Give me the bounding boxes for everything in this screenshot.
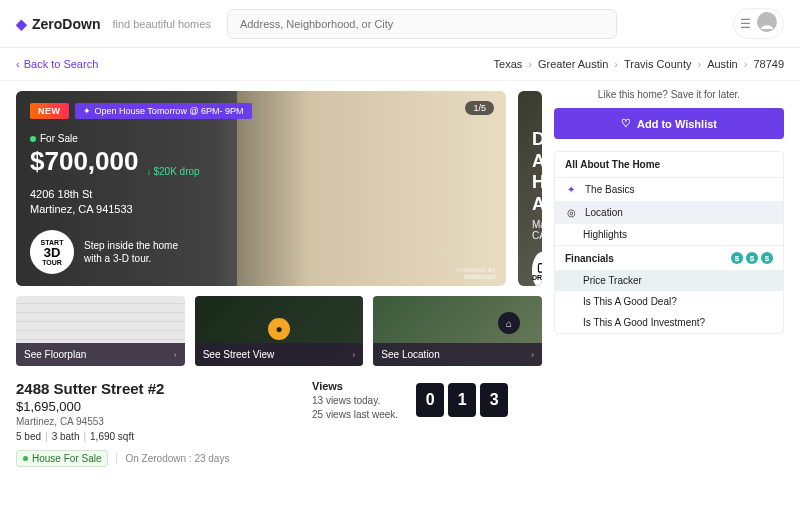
tour-description: Step inside the home with a 3-D tour.	[84, 239, 194, 265]
financials-heading[interactable]: Financials $$$	[555, 245, 783, 270]
crumb-4[interactable]: 78749	[753, 58, 784, 70]
sparkle-icon: ✦	[565, 184, 577, 195]
financial-badges: $$$	[731, 252, 773, 264]
heart-icon: ♡	[621, 117, 631, 130]
sale-status: For Sale	[30, 133, 492, 144]
floorplan-tile[interactable]: See Floorplan›	[16, 296, 185, 366]
photo-counter: 1/5	[465, 101, 494, 115]
sidebar-item-good-deal[interactable]: Is This A Good Deal?	[555, 291, 783, 312]
sidebar-item-good-investment[interactable]: Is This A Good Investment?	[555, 312, 783, 333]
add-to-wishlist-button[interactable]: ♡ Add to Wishlist	[554, 108, 784, 139]
arrow-down-icon: ↓	[146, 166, 151, 177]
views-lastweek: 25 views last week.	[312, 409, 398, 420]
logo[interactable]: ◆ ZeroDown	[16, 16, 100, 32]
chevron-right-icon: ›	[531, 350, 534, 360]
open-house-badge: ✦ Open House Tomorrow @ 6PM- 9PM	[75, 103, 252, 119]
new-badge: NEW	[30, 103, 69, 119]
about-panel: All About The Home ✦ The Basics ◎ Locati…	[554, 151, 784, 334]
brand-name: ZeroDown	[32, 16, 100, 32]
sidebar-item-location[interactable]: ◎ Location	[555, 201, 783, 224]
3d-tour-button[interactable]: START 3D TOUR	[30, 230, 74, 274]
location-tile[interactable]: ⌂ See Location›	[373, 296, 542, 366]
address-line2: Martinez, CA 941533	[30, 202, 492, 217]
crumb-3[interactable]: Austin	[707, 58, 738, 70]
views-heading: Views	[312, 380, 398, 392]
breadcrumb: Texas› Greater Austin› Travis County› Au…	[494, 58, 784, 70]
address-line1: 4206 18th St	[30, 187, 492, 202]
streetview-tile[interactable]: ● See Street View›	[195, 296, 364, 366]
property-location: Martinez, CA 94553	[16, 416, 292, 427]
price-drop: ↓ $20K drop	[146, 166, 199, 177]
back-to-search[interactable]: ‹ Back to Search	[16, 58, 98, 70]
status-badge: House For Sale	[16, 450, 108, 467]
about-heading: All About The Home	[555, 152, 783, 178]
search-input[interactable]	[227, 9, 617, 39]
pegman-icon: ●	[268, 318, 290, 340]
logo-icon: ◆	[16, 16, 27, 32]
days-on-market: On Zerodown : 23 days	[116, 453, 229, 464]
avatar-icon[interactable]	[757, 12, 777, 35]
views-today: 13 views today.	[312, 395, 398, 406]
chevron-right-icon: ›	[174, 350, 177, 360]
back-label: Back to Search	[24, 58, 99, 70]
tagline: find beautiful homes	[112, 18, 210, 30]
svg-point-1	[764, 16, 770, 22]
crumb-2[interactable]: Travis County	[624, 58, 691, 70]
sidebar-item-highlights[interactable]: Highlights	[555, 224, 783, 245]
sidebar-item-basics[interactable]: ✦ The Basics	[555, 178, 783, 201]
drive-card[interactable]: Drive Around Haight-Ashbury Martinez, CA…	[518, 91, 542, 286]
menu-icon[interactable]: ☰	[740, 17, 751, 31]
drive-button[interactable]: ▢ DRIVE	[532, 252, 542, 286]
property-stats: 5 bed| 3 bath| 1,690 sqft	[16, 431, 292, 442]
home-pin-icon: ⌂	[498, 312, 520, 334]
tv-icon: ▢	[537, 260, 542, 274]
property-price: $1,695,000	[16, 399, 292, 414]
hero-photo-card[interactable]: 1/5 POWERED BY Matterport NEW ✦ Open Hou…	[16, 91, 506, 286]
person-icon: ✦	[83, 106, 91, 116]
save-prompt: Like this home? Save it for later.	[554, 89, 784, 100]
crumb-1[interactable]: Greater Austin	[538, 58, 608, 70]
target-icon: ◎	[565, 207, 577, 218]
chevron-right-icon: ›	[352, 350, 355, 360]
price: $700,000	[30, 146, 138, 177]
chevron-left-icon: ‹	[16, 58, 20, 70]
sidebar-item-price-tracker[interactable]: Price Tracker	[555, 270, 783, 291]
crumb-0[interactable]: Texas	[494, 58, 523, 70]
matterport-badge: POWERED BY Matterport	[457, 267, 496, 280]
view-counter: 0 1 3	[416, 383, 508, 417]
property-title: 2488 Sutter Street #2	[16, 380, 292, 397]
